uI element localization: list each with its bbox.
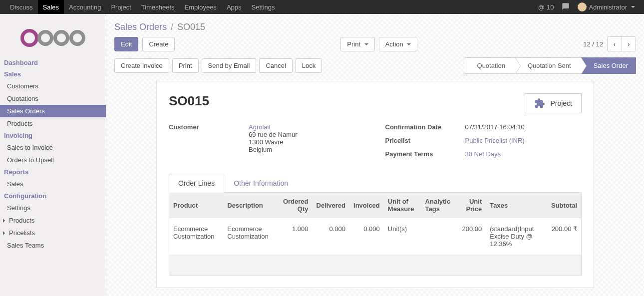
cell-subtotal: 200.00 ₹ xyxy=(547,218,581,255)
col-delivered: Delivered xyxy=(313,193,350,218)
pager-next-button[interactable]: › xyxy=(622,37,636,51)
col-subtotal: Subtotal xyxy=(547,193,581,218)
col-tags: Analytic Tags xyxy=(421,193,457,218)
sidebar-item-report-sales[interactable]: Sales xyxy=(0,178,106,190)
user-menu[interactable]: Administrator xyxy=(574,2,639,11)
sidebar-item-pricelists[interactable]: Pricelists xyxy=(0,227,106,239)
create-button[interactable]: Create xyxy=(142,37,175,51)
top-navbar: Discuss Sales Accounting Project Timeshe… xyxy=(0,0,644,14)
cell-qty: 1.000 xyxy=(278,218,313,255)
col-product: Product xyxy=(169,193,223,218)
lock-button[interactable]: Lock xyxy=(296,58,322,73)
chat-button[interactable] xyxy=(558,2,574,12)
col-invoiced: Invoiced xyxy=(349,193,384,218)
pager-prev-button[interactable]: ‹ xyxy=(608,37,622,51)
sidebar-header-invoicing[interactable]: Invoicing xyxy=(0,130,106,141)
breadcrumb-current: SO015 xyxy=(177,22,205,32)
avatar xyxy=(578,2,587,11)
cell-description: Ecommerce Customization xyxy=(223,218,277,255)
sidebar-item-products-config[interactable]: Products xyxy=(0,214,106,227)
action-dropdown[interactable]: Action xyxy=(379,37,418,51)
col-taxes: Taxes xyxy=(486,193,547,218)
sidebar-header-dashboard[interactable]: Dashboard xyxy=(0,57,106,68)
message-count: 10 xyxy=(547,3,554,11)
user-label: Administrator xyxy=(589,3,627,11)
edit-button[interactable]: Edit xyxy=(114,37,138,51)
sidebar-item-products[interactable]: Products xyxy=(0,117,106,130)
sidebar-item-customers[interactable]: Customers xyxy=(0,80,106,92)
table-row[interactable]: Ecommerce Customization Ecommerce Custom… xyxy=(169,218,581,255)
payment-terms-link[interactable]: 30 Net Days xyxy=(465,150,501,158)
confirmation-date-label: Confirmation Date xyxy=(385,123,465,131)
pager-text: 12 / 12 xyxy=(583,40,603,48)
caret-right-icon xyxy=(3,231,5,235)
cancel-button[interactable]: Cancel xyxy=(259,58,292,73)
caret-down-icon xyxy=(631,6,635,8)
caret-down-icon xyxy=(364,43,368,45)
tab-order-lines[interactable]: Order Lines xyxy=(169,174,224,193)
cell-tags xyxy=(421,218,457,255)
order-lines-table: Product Description Ordered Qty Delivere… xyxy=(169,193,582,276)
col-ordered-qty: Ordered Qty xyxy=(278,193,313,218)
action-bar: Create Invoice Print Send by Email Cance… xyxy=(106,57,644,74)
sidebar: Dashboard Sales Customers Quotations Sal… xyxy=(0,14,106,296)
sidebar-item-sales-orders[interactable]: Sales Orders xyxy=(0,105,106,117)
table-footer-gap xyxy=(169,255,581,275)
at-icon xyxy=(538,3,545,11)
sidebar-item-orders-to-upsell[interactable]: Orders to Upsell xyxy=(0,154,106,166)
status-sales-order[interactable]: Sales Order xyxy=(581,57,636,74)
breadcrumb: Sales Orders / SO015 xyxy=(106,14,644,36)
sidebar-item-quotations[interactable]: Quotations xyxy=(0,92,106,105)
col-description: Description xyxy=(223,193,277,218)
control-bar: Edit Create Print Action 12 / 12 ‹ › xyxy=(106,36,644,57)
status-bar: Quotation Quotation Sent Sales Order xyxy=(465,57,636,74)
chat-icon xyxy=(562,2,570,12)
send-email-button[interactable]: Send by Email xyxy=(202,58,257,73)
tabs: Order Lines Other Information xyxy=(169,174,582,193)
sidebar-item-sales-to-invoice[interactable]: Sales to Invoice xyxy=(0,141,106,154)
cell-price: 200.00 xyxy=(457,218,486,255)
logo xyxy=(0,19,106,57)
sidebar-item-settings[interactable]: Settings xyxy=(0,202,106,214)
payment-terms-label: Payment Terms xyxy=(385,150,465,158)
pricelist-link[interactable]: Public Pricelist (INR) xyxy=(465,137,525,144)
sidebar-header-reports[interactable]: Reports xyxy=(0,166,106,178)
tab-other-info[interactable]: Other Information xyxy=(224,174,298,192)
print-dropdown[interactable]: Print xyxy=(340,37,374,51)
project-stat-button[interactable]: Project xyxy=(525,93,582,113)
cell-invoiced: 0.000 xyxy=(349,218,384,255)
content-area: Sales Orders / SO015 Edit Create Print A… xyxy=(106,14,644,296)
nav-discuss[interactable]: Discuss xyxy=(5,0,38,14)
nav-sales[interactable]: Sales xyxy=(38,0,64,14)
cell-uom: Unit(s) xyxy=(384,218,421,255)
nav-timesheets[interactable]: Timesheets xyxy=(136,0,180,14)
col-unit-price: Unit Price xyxy=(457,193,486,218)
caret-down-icon xyxy=(407,43,411,45)
print-button[interactable]: Print xyxy=(172,58,199,73)
order-name: SO015 xyxy=(169,93,209,109)
messages-indicator[interactable]: 10 xyxy=(534,3,558,11)
col-uom: Unit of Measure xyxy=(384,193,421,218)
status-quotation[interactable]: Quotation xyxy=(465,57,516,74)
sidebar-item-sales-teams[interactable]: Sales Teams xyxy=(0,239,106,252)
nav-settings[interactable]: Settings xyxy=(247,0,280,14)
nav-employees[interactable]: Employees xyxy=(180,0,222,14)
sidebar-header-sales[interactable]: Sales xyxy=(0,68,106,80)
breadcrumb-sep: / xyxy=(171,22,173,32)
nav-apps[interactable]: Apps xyxy=(222,0,247,14)
customer-value: Agrolait 69 rue de Namur 1300 Wavre Belg… xyxy=(249,123,365,153)
nav-project[interactable]: Project xyxy=(106,0,136,14)
create-invoice-button[interactable]: Create Invoice xyxy=(114,58,169,73)
cell-taxes: (standard)Input Excise Duty @ 12.36% xyxy=(486,218,547,255)
confirmation-date-value: 07/31/2017 16:04:10 xyxy=(465,123,582,131)
status-quotation-sent[interactable]: Quotation Sent xyxy=(515,57,582,74)
breadcrumb-parent[interactable]: Sales Orders xyxy=(114,22,167,32)
cell-delivered: 0.000 xyxy=(313,218,350,255)
form-sheet: SO015 Project Customer Agrolait 69 rue d… xyxy=(156,81,594,288)
project-label: Project xyxy=(550,99,572,107)
customer-label: Customer xyxy=(169,123,249,131)
sidebar-header-configuration[interactable]: Configuration xyxy=(0,190,106,202)
puzzle-icon xyxy=(534,98,545,109)
customer-link[interactable]: Agrolait xyxy=(249,123,271,131)
nav-accounting[interactable]: Accounting xyxy=(64,0,106,14)
